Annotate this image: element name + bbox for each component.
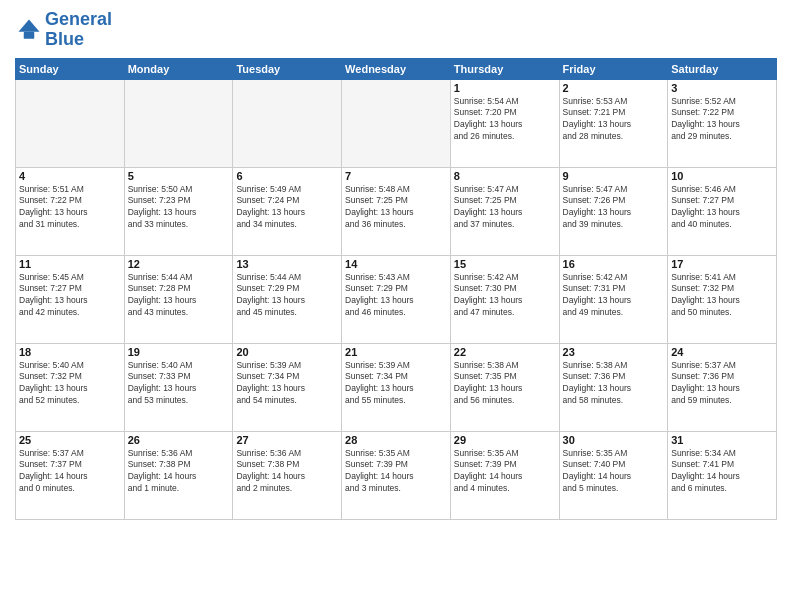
day-info: Sunrise: 5:37 AMSunset: 7:37 PMDaylight:… <box>19 448 121 496</box>
calendar-cell: 29Sunrise: 5:35 AMSunset: 7:39 PMDayligh… <box>450 431 559 519</box>
day-number: 16 <box>563 258 665 270</box>
header: General Blue <box>15 10 777 50</box>
calendar-cell: 8Sunrise: 5:47 AMSunset: 7:25 PMDaylight… <box>450 167 559 255</box>
calendar-cell <box>16 79 125 167</box>
day-info: Sunrise: 5:36 AMSunset: 7:38 PMDaylight:… <box>236 448 338 496</box>
day-number: 17 <box>671 258 773 270</box>
day-info: Sunrise: 5:40 AMSunset: 7:33 PMDaylight:… <box>128 360 230 408</box>
day-number: 18 <box>19 346 121 358</box>
day-number: 1 <box>454 82 556 94</box>
calendar-cell: 30Sunrise: 5:35 AMSunset: 7:40 PMDayligh… <box>559 431 668 519</box>
calendar-cell: 15Sunrise: 5:42 AMSunset: 7:30 PMDayligh… <box>450 255 559 343</box>
day-number: 5 <box>128 170 230 182</box>
day-info: Sunrise: 5:42 AMSunset: 7:31 PMDaylight:… <box>563 272 665 320</box>
calendar-cell: 23Sunrise: 5:38 AMSunset: 7:36 PMDayligh… <box>559 343 668 431</box>
calendar-cell: 21Sunrise: 5:39 AMSunset: 7:34 PMDayligh… <box>342 343 451 431</box>
day-info: Sunrise: 5:48 AMSunset: 7:25 PMDaylight:… <box>345 184 447 232</box>
day-info: Sunrise: 5:52 AMSunset: 7:22 PMDaylight:… <box>671 96 773 144</box>
calendar-cell <box>124 79 233 167</box>
day-info: Sunrise: 5:36 AMSunset: 7:38 PMDaylight:… <box>128 448 230 496</box>
page: General Blue SundayMondayTuesdayWednesda… <box>0 0 792 612</box>
calendar-cell: 6Sunrise: 5:49 AMSunset: 7:24 PMDaylight… <box>233 167 342 255</box>
day-number: 7 <box>345 170 447 182</box>
calendar-body: 1Sunrise: 5:54 AMSunset: 7:20 PMDaylight… <box>16 79 777 519</box>
logo-text: General Blue <box>45 10 112 50</box>
day-info: Sunrise: 5:47 AMSunset: 7:26 PMDaylight:… <box>563 184 665 232</box>
calendar-week-1: 1Sunrise: 5:54 AMSunset: 7:20 PMDaylight… <box>16 79 777 167</box>
calendar-week-3: 11Sunrise: 5:45 AMSunset: 7:27 PMDayligh… <box>16 255 777 343</box>
calendar-cell: 14Sunrise: 5:43 AMSunset: 7:29 PMDayligh… <box>342 255 451 343</box>
day-number: 8 <box>454 170 556 182</box>
day-info: Sunrise: 5:50 AMSunset: 7:23 PMDaylight:… <box>128 184 230 232</box>
day-number: 30 <box>563 434 665 446</box>
calendar-cell: 12Sunrise: 5:44 AMSunset: 7:28 PMDayligh… <box>124 255 233 343</box>
calendar-cell: 2Sunrise: 5:53 AMSunset: 7:21 PMDaylight… <box>559 79 668 167</box>
calendar-week-2: 4Sunrise: 5:51 AMSunset: 7:22 PMDaylight… <box>16 167 777 255</box>
calendar-cell <box>233 79 342 167</box>
day-info: Sunrise: 5:49 AMSunset: 7:24 PMDaylight:… <box>236 184 338 232</box>
calendar-cell: 31Sunrise: 5:34 AMSunset: 7:41 PMDayligh… <box>668 431 777 519</box>
calendar-cell: 28Sunrise: 5:35 AMSunset: 7:39 PMDayligh… <box>342 431 451 519</box>
day-number: 21 <box>345 346 447 358</box>
day-number: 25 <box>19 434 121 446</box>
calendar-cell: 4Sunrise: 5:51 AMSunset: 7:22 PMDaylight… <box>16 167 125 255</box>
calendar-cell: 26Sunrise: 5:36 AMSunset: 7:38 PMDayligh… <box>124 431 233 519</box>
day-number: 10 <box>671 170 773 182</box>
day-info: Sunrise: 5:44 AMSunset: 7:28 PMDaylight:… <box>128 272 230 320</box>
weekday-header-row: SundayMondayTuesdayWednesdayThursdayFrid… <box>16 58 777 79</box>
day-info: Sunrise: 5:35 AMSunset: 7:39 PMDaylight:… <box>345 448 447 496</box>
day-info: Sunrise: 5:41 AMSunset: 7:32 PMDaylight:… <box>671 272 773 320</box>
day-number: 27 <box>236 434 338 446</box>
calendar-week-4: 18Sunrise: 5:40 AMSunset: 7:32 PMDayligh… <box>16 343 777 431</box>
day-number: 19 <box>128 346 230 358</box>
day-info: Sunrise: 5:34 AMSunset: 7:41 PMDaylight:… <box>671 448 773 496</box>
day-number: 13 <box>236 258 338 270</box>
calendar-cell <box>342 79 451 167</box>
calendar-cell: 7Sunrise: 5:48 AMSunset: 7:25 PMDaylight… <box>342 167 451 255</box>
calendar-cell: 10Sunrise: 5:46 AMSunset: 7:27 PMDayligh… <box>668 167 777 255</box>
logo-icon <box>15 16 43 44</box>
calendar-cell: 22Sunrise: 5:38 AMSunset: 7:35 PMDayligh… <box>450 343 559 431</box>
day-number: 28 <box>345 434 447 446</box>
calendar-cell: 19Sunrise: 5:40 AMSunset: 7:33 PMDayligh… <box>124 343 233 431</box>
weekday-header-wednesday: Wednesday <box>342 58 451 79</box>
calendar-cell: 27Sunrise: 5:36 AMSunset: 7:38 PMDayligh… <box>233 431 342 519</box>
calendar-cell: 18Sunrise: 5:40 AMSunset: 7:32 PMDayligh… <box>16 343 125 431</box>
weekday-header-saturday: Saturday <box>668 58 777 79</box>
weekday-header-sunday: Sunday <box>16 58 125 79</box>
calendar-cell: 16Sunrise: 5:42 AMSunset: 7:31 PMDayligh… <box>559 255 668 343</box>
day-number: 14 <box>345 258 447 270</box>
calendar-cell: 9Sunrise: 5:47 AMSunset: 7:26 PMDaylight… <box>559 167 668 255</box>
svg-rect-1 <box>24 32 35 39</box>
calendar-cell: 25Sunrise: 5:37 AMSunset: 7:37 PMDayligh… <box>16 431 125 519</box>
day-number: 26 <box>128 434 230 446</box>
day-info: Sunrise: 5:39 AMSunset: 7:34 PMDaylight:… <box>345 360 447 408</box>
calendar-cell: 17Sunrise: 5:41 AMSunset: 7:32 PMDayligh… <box>668 255 777 343</box>
day-number: 31 <box>671 434 773 446</box>
day-info: Sunrise: 5:45 AMSunset: 7:27 PMDaylight:… <box>19 272 121 320</box>
calendar-cell: 13Sunrise: 5:44 AMSunset: 7:29 PMDayligh… <box>233 255 342 343</box>
day-number: 29 <box>454 434 556 446</box>
calendar-cell: 20Sunrise: 5:39 AMSunset: 7:34 PMDayligh… <box>233 343 342 431</box>
day-number: 11 <box>19 258 121 270</box>
day-number: 6 <box>236 170 338 182</box>
weekday-header-thursday: Thursday <box>450 58 559 79</box>
day-number: 3 <box>671 82 773 94</box>
day-info: Sunrise: 5:42 AMSunset: 7:30 PMDaylight:… <box>454 272 556 320</box>
logo: General Blue <box>15 10 112 50</box>
day-info: Sunrise: 5:37 AMSunset: 7:36 PMDaylight:… <box>671 360 773 408</box>
day-info: Sunrise: 5:39 AMSunset: 7:34 PMDaylight:… <box>236 360 338 408</box>
weekday-header-monday: Monday <box>124 58 233 79</box>
svg-marker-0 <box>19 19 40 31</box>
day-info: Sunrise: 5:54 AMSunset: 7:20 PMDaylight:… <box>454 96 556 144</box>
day-info: Sunrise: 5:51 AMSunset: 7:22 PMDaylight:… <box>19 184 121 232</box>
day-number: 22 <box>454 346 556 358</box>
day-number: 24 <box>671 346 773 358</box>
day-number: 20 <box>236 346 338 358</box>
day-info: Sunrise: 5:40 AMSunset: 7:32 PMDaylight:… <box>19 360 121 408</box>
day-info: Sunrise: 5:46 AMSunset: 7:27 PMDaylight:… <box>671 184 773 232</box>
calendar-cell: 11Sunrise: 5:45 AMSunset: 7:27 PMDayligh… <box>16 255 125 343</box>
day-number: 4 <box>19 170 121 182</box>
day-number: 23 <box>563 346 665 358</box>
calendar-cell: 24Sunrise: 5:37 AMSunset: 7:36 PMDayligh… <box>668 343 777 431</box>
